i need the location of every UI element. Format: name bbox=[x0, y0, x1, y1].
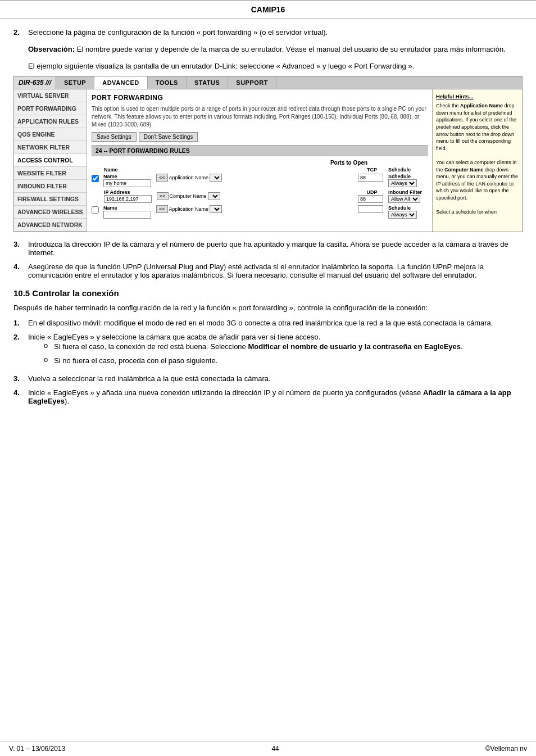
router-nav-advanced[interactable]: ADVANCED bbox=[94, 76, 148, 89]
row2-tcp-area bbox=[358, 205, 386, 213]
row1-app-label: Application Name bbox=[169, 175, 209, 180]
row1b-udp-area: UDP bbox=[358, 189, 386, 203]
router-buttons: Save Settings Don't Save Settings bbox=[92, 132, 428, 142]
row1b-computer-btn[interactable]: << bbox=[157, 192, 169, 200]
step-4-number: 4. bbox=[13, 262, 25, 279]
sidebar-port-forwarding[interactable]: PORT FORWARDING bbox=[14, 102, 87, 115]
router-help-title: Helpful Hints... bbox=[436, 93, 519, 100]
router-nav-support[interactable]: SUPPORT bbox=[228, 76, 276, 89]
row2-checkbox[interactable] bbox=[92, 206, 99, 214]
step-4-text: Asegúrese de que la función UPnP (Univer… bbox=[28, 262, 523, 279]
step-10-5-3-number: 3. bbox=[13, 374, 25, 383]
udp-col-label: UDP bbox=[358, 189, 386, 195]
step-10-5-4-text: Inicie « EagleEyes » y añada una nueva c… bbox=[28, 388, 523, 405]
router-nav-items: SETUP ADVANCED TOOLS STATUS SUPPORT bbox=[56, 76, 522, 89]
router-nav-tools[interactable]: TOOLS bbox=[148, 76, 187, 89]
row2-app-select[interactable] bbox=[210, 205, 222, 213]
row1-app-btn[interactable]: << bbox=[156, 174, 168, 182]
row2-schedule-area: Schedule Always bbox=[388, 205, 428, 219]
row2-schedule-select[interactable]: Always bbox=[388, 211, 417, 219]
row1-name-label: Name bbox=[103, 174, 154, 179]
step-2-number: 2. bbox=[13, 28, 25, 70]
router-main: PORT FORWARDING This option is used to o… bbox=[87, 89, 432, 232]
sidebar-access-control[interactable]: ACCESS CONTROL bbox=[14, 154, 87, 167]
router-nav: DIR-635 /// SETUP ADVANCED TOOLS STATUS … bbox=[14, 76, 522, 89]
row1-schedule-select[interactable]: Always bbox=[388, 179, 417, 187]
row1-app-select[interactable] bbox=[210, 174, 222, 182]
sidebar-virtual-server[interactable]: VIRTUAL SERVER bbox=[14, 89, 87, 102]
row1-name-area: Name bbox=[103, 174, 154, 187]
router-nav-status[interactable]: STATUS bbox=[187, 76, 228, 89]
row1b-ip-area: IP Address bbox=[104, 189, 155, 203]
step-10-5-2-number: 2. bbox=[13, 333, 25, 369]
sidebar-advanced-network[interactable]: ADVANCED NETWORK bbox=[14, 219, 87, 232]
row1b-ip-label: IP Address bbox=[104, 189, 155, 195]
page-header: CAMIP16 bbox=[0, 0, 536, 19]
step-10-5-2-sub2: o Si no fuera el caso, proceda con el pa… bbox=[44, 355, 523, 367]
page-container: CAMIP16 2. Seleccione la página de confi… bbox=[0, 0, 536, 756]
sub-text-1: Si fuera el caso, la conexión de red est… bbox=[54, 341, 523, 353]
row1b-udp-input[interactable] bbox=[358, 195, 383, 203]
row1b-inbound-label: Inbound Filter bbox=[388, 189, 428, 195]
sidebar-firewall-settings[interactable]: FIREWALL SETTINGS bbox=[14, 193, 87, 206]
sidebar-application-rules[interactable]: APPLICATION RULES bbox=[14, 115, 87, 128]
step-10-5-3: 3. Vuelva a seleccionar la red inalámbri… bbox=[13, 374, 523, 383]
router-main-title: PORT FORWARDING bbox=[92, 94, 428, 102]
col-schedule-header: Schedule bbox=[388, 167, 428, 173]
step-10-5-2-text: Inicie « EagleEyes » y seleccione la cám… bbox=[28, 333, 523, 369]
row1-checkbox[interactable] bbox=[92, 175, 99, 182]
router-logo: DIR-635 /// bbox=[14, 76, 56, 89]
step-10-5-4-number: 4. bbox=[13, 388, 25, 405]
sub-bullet-2: o bbox=[44, 355, 52, 367]
row1-tcp-input[interactable] bbox=[358, 174, 383, 182]
step-10-5-1-number: 1. bbox=[13, 319, 25, 327]
router-table: Ports to Open Name TCP Schedule bbox=[92, 160, 428, 219]
row2-app-label: Application Name bbox=[169, 206, 209, 212]
step-2-text3: El ejemplo siguiente visualiza la pantal… bbox=[28, 62, 414, 70]
row1-name-input[interactable] bbox=[103, 179, 151, 187]
footer-copyright: ©Velleman nv bbox=[485, 745, 527, 753]
row1-schedule-area: Schedule Always bbox=[388, 174, 428, 187]
row2-schedule-label: Schedule bbox=[388, 205, 428, 211]
sidebar-qos-engine[interactable]: QOS ENGINE bbox=[14, 128, 87, 141]
dont-save-settings-button[interactable]: Don't Save Settings bbox=[139, 132, 198, 142]
table-col-app-spacer bbox=[148, 160, 315, 166]
step-10-5-1: 1. En el dispositivo móvil: modifique el… bbox=[13, 319, 523, 327]
step-3: 3. Introduzca la dirección IP de la cáma… bbox=[13, 240, 523, 257]
save-settings-button[interactable]: Save Settings bbox=[92, 132, 137, 142]
row2-name-input[interactable] bbox=[103, 211, 151, 219]
step-2-text1: Seleccione la página de configuración de… bbox=[28, 28, 328, 37]
col-tcp-header: TCP bbox=[358, 167, 386, 173]
sidebar-website-filter[interactable]: WEBSITE FILTER bbox=[14, 167, 87, 180]
step-2-text2: El nombre puede variar y depende de la m… bbox=[75, 45, 506, 53]
step-10-5-1-text: En el dispositivo móvil: modifique el mo… bbox=[28, 319, 523, 327]
footer-version: V. 01 – 13/06/2013 bbox=[9, 745, 65, 753]
section-10-5-intro: Después de haber terminado la configurac… bbox=[13, 302, 523, 314]
section-10-5-header: 10.5 Controlar la conexión bbox=[13, 288, 523, 298]
router-rules-header: 24 -- PORT FORWARDING RULES bbox=[92, 145, 428, 156]
row1b-ip-input[interactable] bbox=[104, 195, 152, 203]
row2-tcp-input[interactable] bbox=[358, 205, 383, 213]
router-body: VIRTUAL SERVER PORT FORWARDING APPLICATI… bbox=[14, 89, 522, 232]
page-title: CAMIP16 bbox=[251, 5, 285, 14]
row2-name-area: Name bbox=[103, 205, 154, 219]
step-3-number: 3. bbox=[13, 240, 25, 257]
table-sub-headers: Name TCP Schedule bbox=[92, 167, 428, 173]
sidebar-network-filter[interactable]: NETWORK FILTER bbox=[14, 141, 87, 154]
router-nav-setup[interactable]: SETUP bbox=[56, 76, 94, 89]
sidebar-inbound-filter[interactable]: INBOUND FILTER bbox=[14, 180, 87, 193]
row1b-computer-area: << Computer Name bbox=[157, 192, 356, 200]
router-help-panel: Helpful Hints... Check the Application N… bbox=[432, 89, 522, 232]
step-2: 2. Seleccione la página de configuración… bbox=[13, 28, 523, 70]
step-2-text: Seleccione la página de configuración de… bbox=[28, 28, 523, 70]
step-10-5-3-text: Vuelva a seleccionar la red inalámbrica … bbox=[28, 374, 523, 383]
row1b-inbound-select[interactable]: Allow All bbox=[388, 195, 420, 203]
table-row-1: Name << Application Name bbox=[92, 174, 428, 187]
table-row-1b: IP Address << Computer Name UDP bbox=[104, 189, 428, 203]
router-sidebar: VIRTUAL SERVER PORT FORWARDING APPLICATI… bbox=[14, 89, 87, 232]
row1b-computer-select[interactable] bbox=[208, 192, 220, 200]
sidebar-advanced-wireless[interactable]: ADVANCED WIRELESS bbox=[14, 206, 87, 219]
row2-app-btn[interactable]: << bbox=[156, 205, 168, 213]
row1-schedule-label: Schedule bbox=[388, 174, 428, 179]
table-col-schedule-spacer bbox=[383, 160, 428, 166]
